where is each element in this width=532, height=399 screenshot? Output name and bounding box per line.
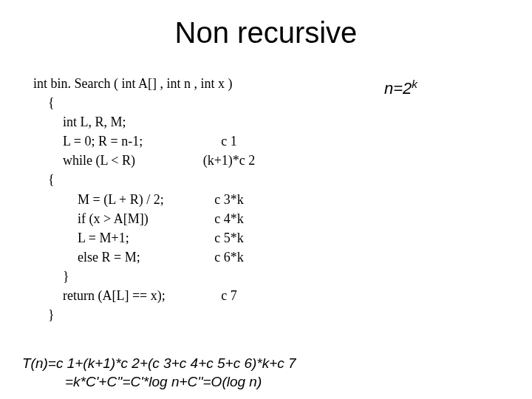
code-signature: int bin. Search ( int A[] , int n , int … bbox=[33, 74, 232, 93]
slide-title: Non recursive bbox=[0, 16, 532, 50]
code-init: L = 0; R = n-1; bbox=[33, 132, 143, 151]
cost-init: c 1 bbox=[196, 132, 262, 151]
code-inner-brace-open: { bbox=[33, 170, 55, 189]
code-brace-close: } bbox=[33, 305, 55, 324]
cost-else: c 6*k bbox=[196, 248, 262, 267]
cost-return: c 7 bbox=[196, 286, 262, 305]
note-prefix: n=2 bbox=[384, 79, 412, 98]
code-l-assign: L = M+1; bbox=[33, 228, 129, 248]
code-inner-brace-close: } bbox=[33, 267, 69, 286]
code-else: else R = M; bbox=[33, 248, 140, 267]
formula-line-1: T(n)=c 1+(k+1)*c 2+(c 3+c 4+c 5+c 6)*k+c… bbox=[22, 355, 296, 373]
code-brace-open: { bbox=[33, 93, 55, 112]
formula-line-2: =k*C'+C''=C'*log n+C''=O(log n) bbox=[22, 373, 296, 392]
code-if: if (x > A[M]) bbox=[33, 209, 149, 228]
cost-if: c 4*k bbox=[196, 209, 262, 228]
cost-m-assign: c 3*k bbox=[196, 190, 262, 209]
slide: Non recursive n=2k int bin. Search ( int… bbox=[0, 0, 532, 399]
note-superscript: k bbox=[412, 78, 417, 90]
note-n-equals-2k: n=2k bbox=[384, 78, 417, 98]
complexity-formula: T(n)=c 1+(k+1)*c 2+(c 3+c 4+c 5+c 6)*k+c… bbox=[22, 355, 296, 391]
code-m-assign: M = (L + R) / 2; bbox=[33, 190, 164, 209]
code-block: int bin. Search ( int A[] , int n , int … bbox=[33, 74, 232, 324]
code-return: return (A[L] == x); bbox=[33, 286, 166, 305]
cost-while: (k+1)*c 2 bbox=[196, 151, 262, 170]
cost-l-assign: c 5*k bbox=[196, 228, 262, 248]
code-while: while (L < R) bbox=[33, 151, 135, 170]
code-decl: int L, R, M; bbox=[33, 112, 126, 132]
